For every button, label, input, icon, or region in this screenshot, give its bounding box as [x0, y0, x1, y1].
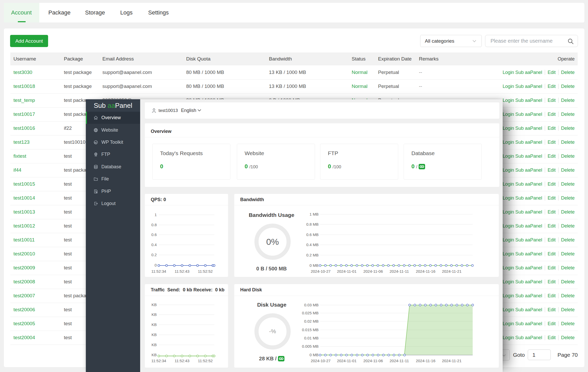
svg-text:0.4: 0.4	[151, 242, 157, 247]
svg-text:0.4 MB: 0.4 MB	[306, 242, 319, 247]
svg-text:KB: KB	[152, 332, 157, 337]
svg-text:KB: KB	[152, 353, 157, 357]
svg-text:2024-11-06: 2024-11-06	[363, 269, 383, 274]
svg-text:2024-11-21: 2024-11-21	[442, 269, 462, 274]
svg-text:KB: KB	[152, 312, 157, 317]
svg-text:0.2 MB: 0.2 MB	[306, 253, 319, 257]
svg-text:0 MB: 0 MB	[310, 263, 319, 268]
svg-text:2024-11-01: 2024-11-01	[337, 269, 357, 274]
svg-text:2024-11-11: 2024-11-11	[390, 269, 409, 274]
svg-text:0.015 MB: 0.015 MB	[302, 328, 319, 332]
svg-text:KB: KB	[152, 322, 157, 327]
svg-text:11:52:52: 11:52:52	[198, 359, 213, 363]
svg-text:1: 1	[155, 212, 157, 217]
svg-text:11:52:34: 11:52:34	[151, 359, 166, 363]
svg-text:11:52:43: 11:52:43	[175, 269, 189, 274]
svg-text:2024-10-27: 2024-10-27	[311, 359, 331, 363]
svg-text:0.8 MB: 0.8 MB	[306, 222, 319, 226]
svg-text:0.02 MB: 0.02 MB	[304, 319, 319, 323]
svg-text:11:52:43: 11:52:43	[175, 359, 189, 363]
svg-text:2024-11-01: 2024-11-01	[337, 359, 357, 363]
svg-text:0.03 MB: 0.03 MB	[304, 303, 319, 307]
svg-text:2024-11-16: 2024-11-16	[416, 359, 435, 363]
svg-text:0.6: 0.6	[151, 232, 157, 237]
svg-text:2024-11-16: 2024-11-16	[416, 269, 435, 274]
svg-text:0.025 MB: 0.025 MB	[302, 311, 319, 315]
svg-text:11:52:34: 11:52:34	[151, 269, 166, 274]
svg-text:0.005 MB: 0.005 MB	[302, 344, 319, 348]
svg-text:0 MB: 0 MB	[310, 353, 319, 357]
svg-text:0.01 MB: 0.01 MB	[304, 336, 319, 340]
svg-text:0.2: 0.2	[151, 253, 157, 257]
svg-text:2024-11-06: 2024-11-06	[363, 359, 383, 363]
svg-text:2024-11-21: 2024-11-21	[442, 359, 462, 363]
svg-text:11:52:52: 11:52:52	[198, 269, 213, 274]
svg-text:2024-11-11: 2024-11-11	[390, 359, 409, 363]
svg-text:0.6 MB: 0.6 MB	[306, 232, 319, 237]
svg-text:KB: KB	[152, 302, 157, 307]
svg-text:1 MB: 1 MB	[310, 212, 319, 216]
svg-text:2024-10-27: 2024-10-27	[311, 269, 331, 274]
svg-text:0.8: 0.8	[151, 223, 157, 227]
svg-text:KB: KB	[152, 343, 157, 347]
svg-text:0: 0	[155, 263, 157, 267]
